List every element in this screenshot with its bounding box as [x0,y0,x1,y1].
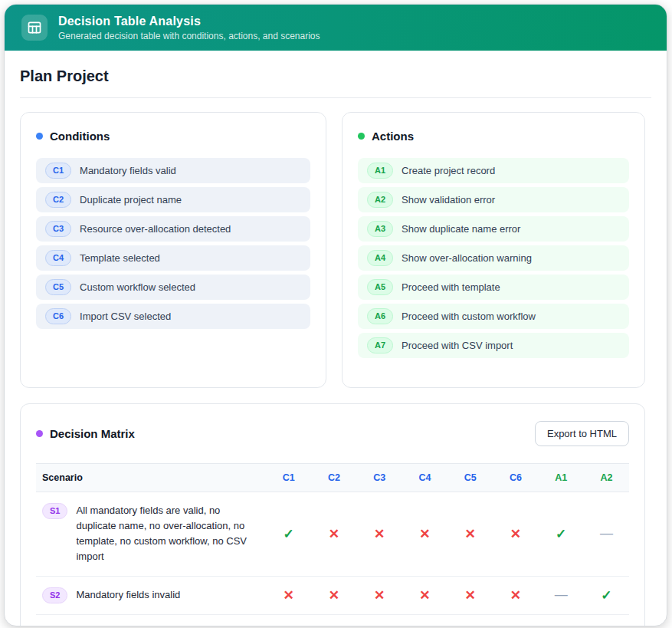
matrix-cell: ✕ [493,492,538,577]
matrix-cell: ✓ [266,492,311,577]
action-label: Show validation error [402,194,495,205]
scenario-cell: S2 Mandatory fields invalid [36,576,266,614]
scenario-badge: S2 [42,587,67,603]
action-badge: A6 [367,308,393,324]
condition-item: C2 Duplicate project name [36,187,310,212]
main-content: Plan Project Conditions C1 Mandatory fie… [5,51,667,626]
actions-panel-header: Actions [358,130,629,143]
column-header-c6: C6 [493,464,538,492]
header-title: Decision Table Analysis [58,15,320,28]
action-badge: A7 [367,337,393,353]
column-header-c3: C3 [357,464,402,492]
matrix-cell: ✕ [402,492,447,577]
column-header-a2: A2 [584,464,629,492]
action-label: Proceed with template [402,281,500,293]
action-badge: A4 [367,250,393,266]
scenario-cell: S1 All mandatory fields are valid, no du… [36,492,266,577]
condition-label: Import CSV selected [80,311,171,322]
matrix-cell: ✕ [447,576,493,614]
conditions-panel: Conditions C1 Mandatory fields valid C2 … [20,112,326,388]
condition-badge: C2 [45,192,71,208]
matrix-cell: ✓ [539,492,584,577]
scenario-badge: S1 [42,503,67,519]
export-html-button[interactable]: Export to HTML [535,421,629,446]
condition-badge: C3 [45,221,71,237]
column-header-c5: C5 [447,464,493,492]
condition-badge: C5 [45,279,71,295]
action-badge: A3 [367,221,393,237]
header-text: Decision Table Analysis Generated decisi… [58,15,320,41]
column-header-c4: C4 [402,464,447,492]
action-badge: A5 [367,279,393,295]
page-title: Plan Project [20,67,651,85]
matrix-cell: ✕ [357,576,402,614]
condition-item: C6 Import CSV selected [36,304,310,329]
decision-matrix-header: Decision Matrix Export to HTML [36,421,629,446]
actions-panel: Actions A1 Create project record A2 Show… [342,112,645,388]
column-header-c2: C2 [311,464,356,492]
matrix-row-s2: S2 Mandatory fields invalid ✕ ✕ ✕ ✕ ✕ ✕ … [36,576,629,614]
conditions-panel-header: Conditions [36,130,310,143]
header-subtitle: Generated decision table with conditions… [58,31,320,41]
action-label: Create project record [402,165,495,176]
matrix-dot-icon [36,430,43,437]
action-label: Proceed with custom workflow [402,311,536,322]
action-item: A1 Create project record [358,158,629,183]
cards-row: Conditions C1 Mandatory fields valid C2 … [20,112,651,388]
app-header: Decision Table Analysis Generated decisi… [5,5,667,51]
action-label: Proceed with CSV import [402,340,513,351]
action-item: A5 Proceed with template [358,275,629,300]
condition-label: Template selected [80,252,160,264]
action-item: A6 Proceed with custom workflow [358,304,629,329]
condition-label: Custom workflow selected [80,281,195,293]
condition-label: Resource over-allocation detected [80,223,231,235]
divider [20,97,651,98]
decision-matrix-panel: Decision Matrix Export to HTML Scenario … [20,403,645,626]
action-item: A7 Proceed with CSV import [358,333,629,358]
conditions-dot-icon [36,133,43,140]
condition-badge: C6 [45,308,71,324]
condition-item: C4 Template selected [36,245,310,271]
matrix-row-s1: S1 All mandatory fields are valid, no du… [36,492,629,577]
action-item: A4 Show over-allocation warning [358,245,629,271]
matrix-cell: ✕ [266,576,311,614]
matrix-cell: ✕ [311,492,356,577]
matrix-cell: ✕ [357,492,402,577]
matrix-title: Decision Matrix [50,427,135,440]
condition-badge: C4 [45,250,71,266]
condition-item: C5 Custom workflow selected [36,275,310,300]
conditions-title: Conditions [50,130,110,143]
scenario-label: All mandatory fields are valid, no dupli… [76,503,254,565]
app-window: Decision Table Analysis Generated decisi… [4,4,667,626]
condition-label: Mandatory fields valid [80,165,176,176]
matrix-cell: ✕ [311,576,356,614]
column-header-c1: C1 [266,464,311,492]
matrix-cell: ✓ [584,576,629,614]
matrix-cell: ✕ [493,576,538,614]
matrix-cell: ✕ [447,492,493,577]
decision-matrix-table: Scenario C1 C2 C3 C4 C5 C6 A1 A2 [36,463,629,615]
matrix-cell: — [539,576,584,614]
actions-title: Actions [372,130,414,143]
condition-item: C3 Resource over-allocation detected [36,216,310,242]
scenario-label: Mandatory fields invalid [76,587,180,603]
condition-item: C1 Mandatory fields valid [36,158,310,183]
table-icon [21,15,48,41]
action-item: A3 Show duplicate name error [358,216,629,242]
condition-label: Duplicate project name [80,194,182,205]
action-label: Show over-allocation warning [402,252,532,264]
column-header-a1: A1 [539,464,584,492]
condition-badge: C1 [45,163,71,179]
column-header-scenario: Scenario [36,464,266,492]
action-label: Show duplicate name error [402,223,520,235]
action-badge: A2 [367,192,393,208]
actions-dot-icon [358,133,365,140]
matrix-header-row: Scenario C1 C2 C3 C4 C5 C6 A1 A2 [36,464,629,492]
action-badge: A1 [367,163,393,179]
matrix-cell: — [584,492,629,577]
action-item: A2 Show validation error [358,187,629,212]
matrix-cell: ✕ [402,576,447,614]
